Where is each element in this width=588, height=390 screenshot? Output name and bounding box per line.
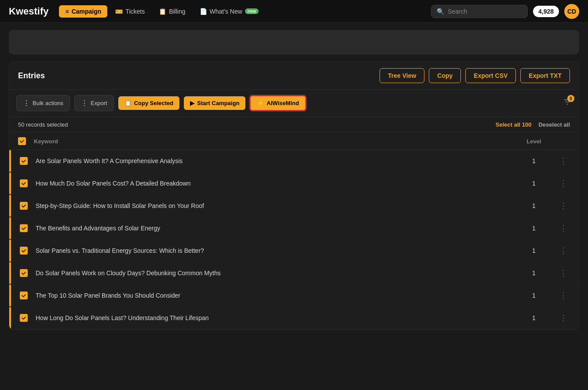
search-box[interactable]: 🔍: [431, 5, 528, 18]
doc-icon: 📄: [200, 8, 207, 15]
filter-button[interactable]: 0: [563, 98, 572, 109]
export-dots-icon: ⋮: [81, 99, 88, 107]
table-row[interactable]: Are Solar Panels Worth It? A Comprehensi…: [9, 150, 579, 172]
table-row[interactable]: How Much Do Solar Panels Cost? A Detaile…: [9, 172, 579, 195]
row-level: 1: [516, 157, 551, 164]
nav-item-campaign[interactable]: ≡ Campaign: [59, 5, 107, 18]
ticket-icon: 🎫: [115, 8, 123, 15]
row-checkbox[interactable]: [20, 202, 28, 210]
credits-badge: 4,928: [533, 6, 559, 17]
search-input[interactable]: [448, 8, 522, 15]
deselect-all-button[interactable]: Deselect all: [538, 121, 570, 128]
row-more-button[interactable]: ⋮: [557, 223, 570, 233]
row-more-button[interactable]: ⋮: [557, 313, 570, 323]
dots-icon: ⋮: [23, 99, 30, 107]
selection-count: 50 records selected: [18, 121, 496, 128]
nav-item-whats-new[interactable]: 📄 What's New new: [194, 5, 265, 18]
entries-title: Entries: [18, 71, 380, 80]
app-logo[interactable]: Kwestify: [9, 6, 48, 17]
row-keyword: Step-by-Step Guide: How to Install Solar…: [36, 202, 511, 209]
billing-icon: 📋: [159, 8, 166, 15]
row-level: 1: [516, 202, 551, 209]
selection-actions: Select all 100 Deselect all: [496, 121, 570, 128]
export-txt-button[interactable]: Export TXT: [520, 68, 570, 83]
row-level: 1: [516, 314, 551, 321]
start-campaign-button[interactable]: ▶ Start Campaign: [184, 96, 245, 110]
table-row[interactable]: Solar Panels vs. Traditional Energy Sour…: [9, 240, 579, 262]
row-level: 1: [516, 247, 551, 254]
row-checkbox[interactable]: [20, 247, 28, 255]
row-more-button[interactable]: ⋮: [557, 291, 570, 300]
entries-card: Entries Tree View Copy Export CSV Export…: [9, 62, 579, 330]
row-keyword: How Much Do Solar Panels Cost? A Detaile…: [36, 180, 511, 187]
row-level: 1: [516, 180, 551, 187]
nav-right: 🔍 4,928 CD: [431, 4, 579, 19]
row-keyword: The Benefits and Advantages of Solar Ene…: [36, 225, 511, 232]
tree-view-button[interactable]: Tree View: [380, 68, 424, 83]
navbar: Kwestify ≡ Campaign 🎫 Tickets 📋 Billing …: [0, 0, 588, 23]
row-checkbox[interactable]: [20, 224, 28, 232]
row-more-button[interactable]: ⋮: [557, 179, 570, 188]
toolbar: ⋮ Bulk actions ⋮ Export 📋 Copy Selected …: [9, 90, 579, 117]
header-checkbox[interactable]: [18, 137, 26, 145]
table-row[interactable]: How Long Do Solar Panels Last? Understan…: [9, 307, 579, 329]
header-buttons: Tree View Copy Export CSV Export TXT: [380, 68, 570, 83]
search-icon: 🔍: [437, 8, 444, 15]
bulk-actions-button[interactable]: ⋮ Bulk actions: [16, 95, 70, 111]
row-keyword: Do Solar Panels Work on Cloudy Days? Deb…: [36, 270, 511, 277]
new-badge: new: [245, 8, 259, 14]
table-row[interactable]: Step-by-Step Guide: How to Install Solar…: [9, 195, 579, 217]
row-more-button[interactable]: ⋮: [557, 246, 570, 255]
row-more-button[interactable]: ⋮: [557, 268, 570, 278]
table-row[interactable]: Do Solar Panels Work on Cloudy Days? Deb…: [9, 262, 579, 284]
row-checkbox[interactable]: [20, 179, 28, 187]
row-keyword: The Top 10 Solar Panel Brands You Should…: [36, 292, 511, 299]
col-keyword-header: Keyword: [34, 138, 511, 145]
row-more-button[interactable]: ⋮: [557, 156, 570, 166]
table-header: Keyword Level: [9, 133, 579, 150]
row-level: 1: [516, 225, 551, 232]
table-body: Are Solar Panels Worth It? A Comprehensi…: [9, 150, 579, 329]
row-checkbox[interactable]: [20, 292, 28, 299]
copy-button[interactable]: Copy: [429, 68, 461, 83]
copy-selected-button[interactable]: 📋 Copy Selected: [118, 96, 180, 110]
export-csv-button[interactable]: Export CSV: [465, 68, 516, 83]
play-icon: ▶: [190, 100, 194, 106]
row-keyword: How Long Do Solar Panels Last? Understan…: [36, 314, 511, 321]
filter-count-badge: 0: [567, 95, 574, 102]
row-keyword: Solar Panels vs. Traditional Energy Sour…: [36, 247, 511, 254]
table-row[interactable]: The Benefits and Advantages of Solar Ene…: [9, 217, 579, 240]
row-level: 1: [516, 292, 551, 299]
copy-selected-icon: 📋: [124, 100, 131, 106]
entries-header: Entries Tree View Copy Export CSV Export…: [9, 62, 579, 90]
nav-item-billing[interactable]: 📋 Billing: [153, 5, 191, 18]
selection-row: 50 records selected Select all 100 Desel…: [9, 117, 579, 133]
export-button[interactable]: ⋮ Export: [74, 95, 114, 111]
table-row[interactable]: The Top 10 Solar Panel Brands You Should…: [9, 284, 579, 307]
lightning-icon: ⚡: [257, 100, 264, 106]
select-all-button[interactable]: Select all 100: [496, 121, 532, 128]
row-level: 1: [516, 270, 551, 277]
col-level-header: Level: [516, 138, 551, 145]
nav-items: ≡ Campaign 🎫 Tickets 📋 Billing 📄 What's …: [59, 5, 429, 18]
row-more-button[interactable]: ⋮: [557, 201, 570, 211]
list-icon: ≡: [65, 8, 69, 15]
aiwisemind-button[interactable]: ⚡ AIWiseMind: [250, 95, 306, 111]
row-keyword: Are Solar Panels Worth It? A Comprehensi…: [36, 157, 511, 164]
avatar[interactable]: CD: [564, 4, 579, 19]
row-checkbox[interactable]: [20, 157, 28, 165]
row-checkbox[interactable]: [20, 269, 28, 277]
nav-item-tickets[interactable]: 🎫 Tickets: [109, 5, 151, 18]
banner: [9, 30, 579, 55]
row-checkbox[interactable]: [20, 314, 28, 322]
main-content: Entries Tree View Copy Export CSV Export…: [9, 62, 579, 330]
